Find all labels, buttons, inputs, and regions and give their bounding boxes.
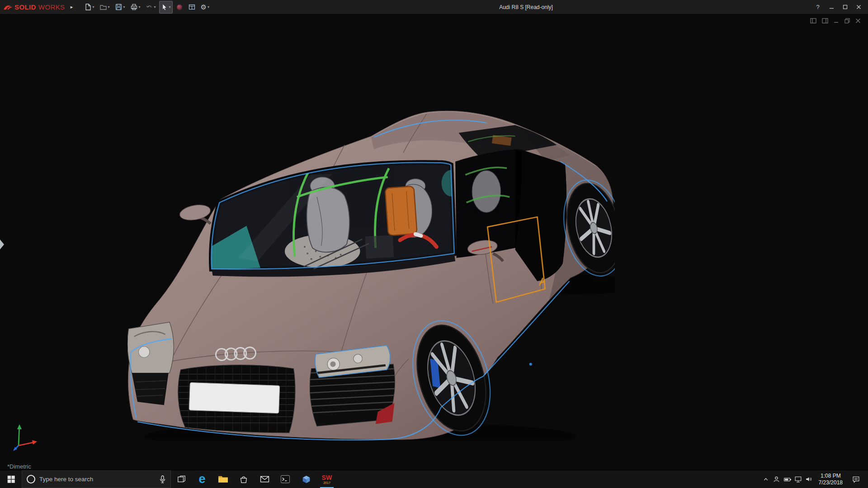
window-controls: ? xyxy=(811,0,865,14)
store-icon xyxy=(239,475,248,484)
print-icon xyxy=(130,3,138,11)
caret-down-icon[interactable]: ▾ xyxy=(93,5,94,9)
caret-down-icon[interactable]: ▾ xyxy=(123,5,125,9)
help-button[interactable]: ? xyxy=(811,0,825,14)
chevron-up-icon xyxy=(763,476,769,483)
options-button[interactable]: ⚙ ▾ xyxy=(199,1,211,14)
menu-expand-icon[interactable]: ▸ xyxy=(68,4,76,10)
doc-close-icon[interactable] xyxy=(855,18,861,23)
solidworks-logo: SOLIDWORKS xyxy=(14,3,65,11)
action-center-icon xyxy=(852,476,860,483)
caret-down-icon[interactable]: ▾ xyxy=(108,5,110,9)
task-view-button[interactable] xyxy=(171,470,192,488)
minimize-button[interactable] xyxy=(825,0,838,14)
cortana-icon xyxy=(27,475,35,483)
mail-icon xyxy=(260,475,269,483)
volume-icon xyxy=(805,476,813,483)
brand-works: WORKS xyxy=(38,3,65,11)
action-center-button[interactable] xyxy=(847,470,865,488)
display-settings-icon xyxy=(188,3,196,11)
side-mirror-left xyxy=(179,203,212,224)
tray-volume-button[interactable] xyxy=(804,470,815,488)
taskbar-app-file-explorer[interactable] xyxy=(212,470,233,488)
taskbar-app-terminal[interactable] xyxy=(275,470,296,488)
document-window-controls xyxy=(810,18,861,23)
network-icon xyxy=(794,476,802,483)
file-explorer-icon xyxy=(218,475,228,483)
tray-contacts-button[interactable] xyxy=(771,470,782,488)
caret-down-icon[interactable]: ▾ xyxy=(154,5,156,9)
undo-icon xyxy=(146,3,153,11)
close-icon xyxy=(856,5,861,9)
taskbar-clock[interactable]: 1:08 PM 7/23/2018 xyxy=(815,473,847,486)
tray-network-button[interactable] xyxy=(793,470,804,488)
display-settings-button[interactable] xyxy=(186,1,198,14)
appearance-sphere-icon xyxy=(176,4,183,11)
microphone-icon[interactable] xyxy=(159,475,166,483)
undo-button[interactable]: ▾ xyxy=(144,1,158,14)
maximize-icon xyxy=(843,5,848,9)
windshield xyxy=(211,163,462,277)
selection-vertex xyxy=(529,363,532,366)
taskbar-app-3d-viewer[interactable] xyxy=(296,470,316,488)
select-tool-button[interactable]: ▾ xyxy=(159,1,173,14)
save-button[interactable]: ▾ xyxy=(113,1,127,14)
window-title: Audi R8 S [Read-only] xyxy=(499,4,553,10)
orientation-triad xyxy=(11,422,39,452)
windows-taskbar: Type here to search e xyxy=(0,470,868,488)
solidworks-2017-icon: SW 2017 xyxy=(321,474,332,484)
caret-down-icon[interactable]: ▾ xyxy=(139,5,141,9)
new-document-button[interactable]: ▾ xyxy=(82,1,96,14)
graphics-area[interactable]: *Dimetric xyxy=(0,14,868,470)
front-grille xyxy=(177,364,297,433)
maximize-button[interactable] xyxy=(838,0,852,14)
title-bar: SOLIDWORKS ▸ ▾ ▾ ▾ xyxy=(0,0,868,14)
start-button[interactable] xyxy=(0,470,22,488)
tray-battery-button[interactable] xyxy=(782,470,793,488)
doc-minimize-icon[interactable] xyxy=(834,18,839,23)
open-folder-icon xyxy=(99,3,107,11)
terminal-icon xyxy=(280,475,290,483)
taskbar-app-store[interactable] xyxy=(233,470,254,488)
feature-panel-expand-tab[interactable] xyxy=(0,239,4,249)
edge-icon: e xyxy=(198,473,205,485)
hidden-icons-button[interactable] xyxy=(760,470,771,488)
save-icon xyxy=(115,3,123,11)
clock-time: 1:08 PM xyxy=(821,473,841,479)
battery-icon xyxy=(783,476,792,483)
minimize-icon xyxy=(829,5,834,9)
model-canvas-audi-r8[interactable] xyxy=(127,108,615,441)
task-view-icon xyxy=(177,475,186,484)
appearances-button[interactable] xyxy=(174,1,185,14)
pane-right-icon[interactable] xyxy=(822,18,828,23)
brand-solid: SOLID xyxy=(14,3,36,11)
open-document-button[interactable]: ▾ xyxy=(98,1,112,14)
new-document-icon xyxy=(84,3,92,11)
caret-down-icon[interactable]: ▾ xyxy=(169,5,171,9)
pane-left-icon[interactable] xyxy=(810,18,816,23)
windows-logo-icon xyxy=(7,475,15,483)
system-tray: 1:08 PM 7/23/2018 xyxy=(760,470,868,488)
select-cursor-icon xyxy=(161,4,168,11)
close-button[interactable] xyxy=(852,0,865,14)
doc-restore-icon[interactable] xyxy=(844,18,850,23)
taskbar-search-input[interactable]: Type here to search xyxy=(22,470,171,488)
license-plate xyxy=(189,383,279,413)
taskbar-app-solidworks[interactable]: SW 2017 xyxy=(316,470,337,488)
dassault-logo-icon xyxy=(3,4,13,11)
cube-viewer-icon xyxy=(302,474,311,484)
search-placeholder: Type here to search xyxy=(39,476,155,483)
view-orientation-label: *Dimetric xyxy=(7,463,31,470)
taskbar-app-edge[interactable]: e xyxy=(192,470,212,488)
quick-toolbar: ▾ ▾ ▾ ▾ xyxy=(82,1,212,14)
print-button[interactable]: ▾ xyxy=(128,1,142,14)
caret-down-icon[interactable]: ▾ xyxy=(208,5,209,9)
clock-date: 7/23/2018 xyxy=(819,479,843,486)
contacts-icon xyxy=(773,475,780,483)
gear-icon: ⚙ xyxy=(201,4,207,10)
taskbar-app-mail[interactable] xyxy=(254,470,275,488)
